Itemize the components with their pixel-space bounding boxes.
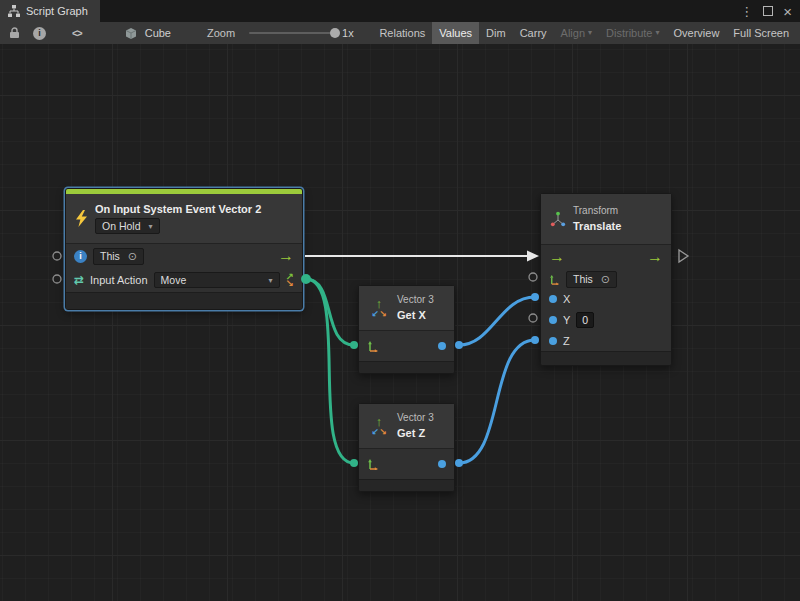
fullscreen-button[interactable]: Full Screen [726,22,796,44]
get-z-footer [359,479,454,491]
object-picker-icon[interactable]: ⊙ [128,250,137,263]
translate-this-label: This [573,273,593,285]
translate-category: Transform [573,205,618,217]
flow-output-port-icon[interactable]: → [278,248,294,264]
maximize-icon[interactable] [763,5,773,18]
event-node-title: On Input System Event Vector 2 [95,203,261,215]
dim-button[interactable]: Dim [479,22,513,44]
code-icon[interactable]: <> [72,28,82,39]
port-getz-vector3-input[interactable] [350,459,358,467]
graph-toolbar: i <> Cube Zoom 1x Relations Values Dim C… [0,22,800,44]
flow-input-port-icon[interactable]: → [549,249,565,265]
float-output-port-icon[interactable] [438,342,446,350]
get-z-header: ↑ ↙ ↘ Vector 3 Get Z [359,404,454,449]
event-input-action-row: ⇄ Input Action Move ▾ ↗ ↘ [66,268,302,292]
node-vector3-get-x[interactable]: ↑ ↙ ↘ Vector 3 Get X [358,285,455,374]
port-getx-float-output[interactable] [455,341,463,349]
vector3-input-port-icon[interactable] [367,340,379,352]
port-translate-this-input[interactable] [529,273,537,281]
wire-vector2-event-to-getz[interactable] [306,279,354,463]
menu-kebab-icon[interactable]: ⋮ [740,5,753,18]
tab-script-graph[interactable]: Script Graph [0,0,100,22]
float-input-port-icon[interactable] [549,316,557,324]
caret-down-icon: ▾ [656,22,660,44]
get-x-category: Vector 3 [397,294,434,306]
get-x-header: ↑ ↙ ↘ Vector 3 Get X [359,286,454,331]
z-port-label: Z [563,335,570,347]
node-on-input-system-event[interactable]: On Input System Event Vector 2 On Hold ▾… [65,188,303,310]
title-bar: Script Graph ⋮ × [0,0,800,22]
align-label: Align [561,22,585,44]
event-mode-value: On Hold [102,220,141,232]
zoom-slider[interactable] [249,32,337,34]
arrow-down-right-icon: ↘ [379,310,387,319]
script-graph-window: Script Graph ⋮ × i <> Cube Zoom 1x [0,0,800,601]
port-translate-z-input[interactable] [531,336,539,344]
float-input-port-icon[interactable] [549,295,557,303]
align-button: Align ▾ [554,22,599,44]
transform-mini-icon [549,274,560,285]
port-event-flow-input[interactable] [53,252,61,260]
flow-output-port-icon[interactable]: → [647,249,663,265]
event-node-footer [66,292,302,309]
event-mode-dropdown[interactable]: On Hold ▾ [95,218,160,234]
maximize-glyph [763,6,773,16]
event-this-field[interactable]: This ⊙ [93,248,144,265]
vector2-output-port-icon[interactable]: ↗ ↘ [286,273,294,287]
x-port-label: X [563,293,570,305]
lock-icon[interactable] [6,22,23,44]
input-action-value: Move [161,274,187,286]
graph-icon [8,5,20,17]
translate-flow-row: → → [541,245,671,269]
node-vector3-get-z[interactable]: ↑ ↙ ↘ Vector 3 Get Z [358,403,455,492]
arrow-down-left-icon: ↙ [371,428,379,437]
translate-x-row: X [541,289,671,309]
vector3-icon: ↑ ↙ ↘ [368,415,390,437]
port-translate-y-input[interactable] [529,314,537,322]
values-button[interactable]: Values [432,22,479,44]
toolbar-buttons: Relations Values Dim Carry Align ▾ Distr… [372,22,796,44]
port-translate-flow-output-triangle[interactable] [679,250,688,262]
zoom-value: 1x [342,27,354,39]
relations-button[interactable]: Relations [372,22,432,44]
port-getz-float-output[interactable] [455,459,463,467]
y-value-field[interactable]: 0 [576,312,594,328]
zoom-slider-handle[interactable] [330,28,340,38]
translate-z-row: Z [541,330,671,351]
object-picker-icon[interactable]: ⊙ [601,273,610,286]
info-icon[interactable]: i [33,27,46,40]
vector3-input-port-icon[interactable] [367,458,379,470]
translate-y-row: Y 0 [541,309,671,330]
translate-name: Translate [573,220,621,233]
wire-vector2-event-to-getx[interactable] [306,279,354,345]
overview-button[interactable]: Overview [667,22,727,44]
caret-down-icon: ▾ [269,276,273,285]
arrow-down-right-icon: ↘ [379,428,387,437]
event-node-header: On Input System Event Vector 2 On Hold ▾ [66,194,302,244]
get-z-port-row [359,449,454,479]
wire-float-getz-to-translate-z[interactable] [459,340,535,463]
lightning-icon [75,210,88,227]
port-getx-vector3-input[interactable] [350,341,358,349]
graph-canvas[interactable]: On Input System Event Vector 2 On Hold ▾… [0,44,800,601]
tab-title: Script Graph [26,5,88,17]
get-z-name: Get Z [397,427,425,440]
info-glyph: i [38,28,41,38]
y-port-label: Y [563,314,570,326]
distribute-label: Distribute [606,22,652,44]
float-input-port-icon[interactable] [549,337,557,345]
input-action-dropdown[interactable]: Move ▾ [154,272,280,288]
get-x-name: Get X [397,309,426,322]
translate-this-field[interactable]: This ⊙ [566,271,617,288]
wire-float-getx-to-translate-x[interactable] [459,297,535,345]
arrow-down-right-icon: ↘ [286,280,294,287]
port-translate-x-input[interactable] [531,293,539,301]
caret-down-icon: ▾ [149,222,153,231]
carry-button[interactable]: Carry [513,22,554,44]
target-object-label[interactable]: Cube [145,27,171,39]
close-icon[interactable]: × [783,4,792,19]
gameobject-info-icon: i [74,250,87,263]
port-event-target-input[interactable] [53,275,61,283]
float-output-port-icon[interactable] [438,460,446,468]
node-transform-translate[interactable]: Transform Translate → → This ⊙ [540,193,672,366]
